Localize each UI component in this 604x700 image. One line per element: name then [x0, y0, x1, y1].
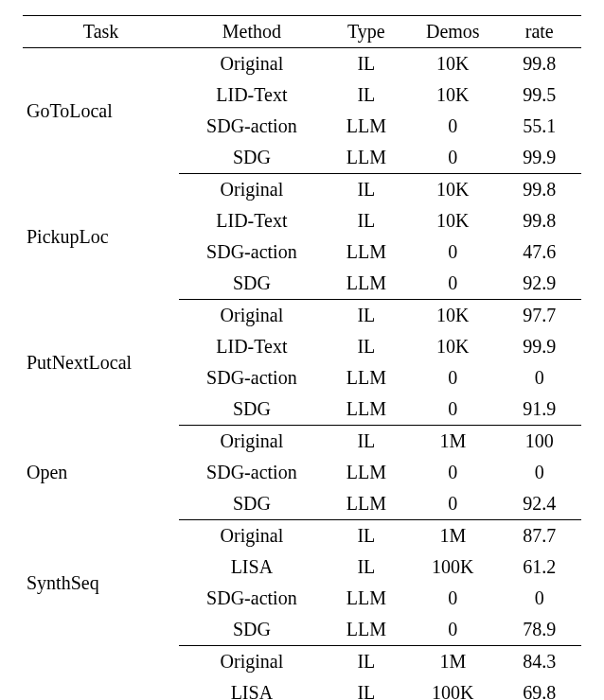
method-cell: SDG — [179, 614, 324, 646]
method-cell: Original — [179, 300, 324, 332]
rate-cell: 91.9 — [497, 394, 581, 426]
rate-cell: 99.8 — [497, 174, 581, 206]
demos-cell: 0 — [408, 111, 497, 142]
type-cell: LLM — [325, 394, 409, 426]
type-cell: IL — [325, 79, 409, 111]
type-cell: IL — [325, 300, 409, 332]
rate-cell: 0 — [497, 362, 581, 394]
col-task: Task — [23, 16, 179, 48]
type-cell: LLM — [325, 614, 409, 646]
type-cell: LLM — [325, 268, 409, 300]
table-row: PickupLocOriginalIL10K99.8 — [23, 174, 581, 206]
type-cell: LLM — [325, 111, 409, 142]
rate-cell: 99.8 — [497, 205, 581, 236]
method-cell: SDG-action — [179, 457, 324, 488]
type-cell: IL — [325, 426, 409, 458]
demos-cell: 10K — [408, 174, 497, 206]
table-row: BossLevelOriginalIL1M84.3 — [23, 646, 581, 678]
method-cell: SDG — [179, 488, 324, 520]
demos-cell: 0 — [408, 488, 497, 520]
method-cell: LISA — [179, 677, 324, 700]
demos-cell: 10K — [408, 331, 497, 362]
rate-cell: 61.2 — [497, 551, 581, 583]
demos-cell: 1M — [408, 426, 497, 458]
method-cell: Original — [179, 646, 324, 678]
rate-cell: 69.8 — [497, 677, 581, 700]
task-cell: BossLevel — [23, 646, 179, 701]
method-cell: Original — [179, 174, 324, 206]
type-cell: LLM — [325, 457, 409, 488]
rate-cell: 92.9 — [497, 268, 581, 300]
task-cell: Open — [23, 426, 179, 520]
rate-cell: 0 — [497, 457, 581, 488]
method-cell: Original — [179, 426, 324, 458]
rate-cell: 100 — [497, 426, 581, 458]
method-cell: SDG — [179, 394, 324, 426]
rate-cell: 92.4 — [497, 488, 581, 520]
table-header-row: Task Method Type Demos rate — [23, 16, 581, 48]
demos-cell: 10K — [408, 79, 497, 111]
type-cell: LLM — [325, 142, 409, 174]
rate-cell: 47.6 — [497, 236, 581, 268]
method-cell: SDG-action — [179, 236, 324, 268]
type-cell: LLM — [325, 236, 409, 268]
demos-cell: 100K — [408, 551, 497, 583]
table-body: GoToLocalOriginalIL10K99.8LID-TextIL10K9… — [23, 48, 581, 701]
results-table: Task Method Type Demos rate GoToLocalOri… — [23, 15, 581, 700]
demos-cell: 10K — [408, 205, 497, 236]
col-rate: rate — [497, 16, 581, 48]
type-cell: IL — [325, 205, 409, 236]
type-cell: IL — [325, 677, 409, 700]
type-cell: IL — [325, 646, 409, 678]
rate-cell: 99.5 — [497, 79, 581, 111]
rate-cell: 55.1 — [497, 111, 581, 142]
method-cell: SDG-action — [179, 362, 324, 394]
demos-cell: 1M — [408, 646, 497, 678]
type-cell: LLM — [325, 362, 409, 394]
rate-cell: 99.8 — [497, 48, 581, 80]
demos-cell: 10K — [408, 48, 497, 80]
method-cell: Original — [179, 48, 324, 80]
type-cell: IL — [325, 551, 409, 583]
method-cell: LISA — [179, 551, 324, 583]
method-cell: LID-Text — [179, 205, 324, 236]
demos-cell: 0 — [408, 394, 497, 426]
table-row: SynthSeqOriginalIL1M87.7 — [23, 520, 581, 552]
task-cell: SynthSeq — [23, 520, 179, 646]
type-cell: LLM — [325, 583, 409, 614]
demos-cell: 0 — [408, 457, 497, 488]
type-cell: LLM — [325, 488, 409, 520]
col-type: Type — [325, 16, 409, 48]
type-cell: IL — [325, 174, 409, 206]
col-method: Method — [179, 16, 324, 48]
demos-cell: 100K — [408, 677, 497, 700]
method-cell: SDG-action — [179, 111, 324, 142]
table-row: PutNextLocalOriginalIL10K97.7 — [23, 300, 581, 332]
table-row: GoToLocalOriginalIL10K99.8 — [23, 48, 581, 80]
demos-cell: 0 — [408, 142, 497, 174]
type-cell: IL — [325, 520, 409, 552]
demos-cell: 0 — [408, 362, 497, 394]
rate-cell: 78.9 — [497, 614, 581, 646]
method-cell: LID-Text — [179, 79, 324, 111]
rate-cell: 99.9 — [497, 331, 581, 362]
table-row: OpenOriginalIL1M100 — [23, 426, 581, 458]
task-cell: PickupLoc — [23, 174, 179, 300]
task-cell: PutNextLocal — [23, 300, 179, 426]
method-cell: SDG — [179, 268, 324, 300]
rate-cell: 87.7 — [497, 520, 581, 552]
demos-cell: 1M — [408, 520, 497, 552]
rate-cell: 0 — [497, 583, 581, 614]
type-cell: IL — [325, 331, 409, 362]
type-cell: IL — [325, 48, 409, 80]
col-demos: Demos — [408, 16, 497, 48]
method-cell: SDG-action — [179, 583, 324, 614]
method-cell: LID-Text — [179, 331, 324, 362]
method-cell: Original — [179, 520, 324, 552]
rate-cell: 97.7 — [497, 300, 581, 332]
task-cell: GoToLocal — [23, 48, 179, 174]
demos-cell: 0 — [408, 614, 497, 646]
demos-cell: 0 — [408, 268, 497, 300]
method-cell: SDG — [179, 142, 324, 174]
demos-cell: 10K — [408, 300, 497, 332]
